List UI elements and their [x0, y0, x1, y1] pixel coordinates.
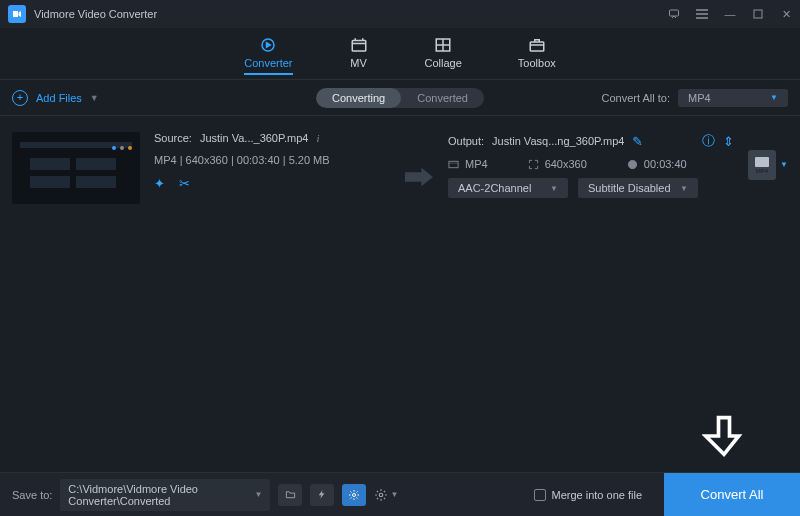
- svg-point-8: [353, 493, 356, 496]
- plus-icon: +: [12, 90, 28, 106]
- svg-rect-5: [530, 42, 544, 51]
- settings-button[interactable]: ▼: [374, 484, 398, 506]
- video-thumbnail[interactable]: [12, 132, 140, 204]
- checkbox-icon: [534, 489, 546, 501]
- subtabs: Converting Converted: [316, 88, 484, 108]
- subtitle-value: Subtitle Disabled: [588, 182, 671, 194]
- convert-all-button[interactable]: Convert All: [664, 473, 800, 517]
- audio-select[interactable]: AAC-2Channel ▼: [448, 178, 568, 198]
- gpu-accel-button[interactable]: [342, 484, 366, 506]
- mv-icon: [349, 36, 369, 54]
- tab-converter[interactable]: Converter: [244, 32, 292, 75]
- titlebar: Vidmore Video Converter — ✕: [0, 0, 800, 28]
- info-icon[interactable]: i: [316, 132, 319, 144]
- subtab-converting[interactable]: Converting: [316, 88, 401, 108]
- collage-icon: [433, 36, 453, 54]
- source-meta: MP4 | 640x360 | 00:03:40 | 5.20 MB: [154, 154, 390, 166]
- format-preset: MP4 ▼: [748, 132, 788, 204]
- output-filename: Justin Vasq...ng_360P.mp4: [492, 135, 624, 147]
- feedback-icon[interactable]: [666, 6, 682, 22]
- converter-icon: [258, 36, 278, 54]
- source-label: Source:: [154, 132, 192, 144]
- tab-toolbox[interactable]: Toolbox: [518, 32, 556, 75]
- convert-all-to-label: Convert All to:: [602, 92, 670, 104]
- minimize-button[interactable]: —: [722, 6, 738, 22]
- output-resolution: 640x360: [545, 158, 587, 170]
- format-preset-button[interactable]: MP4: [748, 150, 776, 180]
- chevron-down-icon: ▼: [550, 184, 558, 193]
- menu-icon[interactable]: [694, 6, 710, 22]
- arrow-icon: [404, 132, 434, 204]
- output-format: MP4: [465, 158, 488, 170]
- save-to-label: Save to:: [12, 489, 52, 501]
- rename-icon[interactable]: ✎: [632, 134, 643, 149]
- merge-label: Merge into one file: [552, 489, 643, 501]
- toolbar: + Add Files ▼ Converting Converted Conve…: [0, 80, 800, 116]
- hint-arrow-icon: [702, 414, 746, 462]
- maximize-button[interactable]: [750, 6, 766, 22]
- trim-icon[interactable]: ✂: [179, 176, 190, 191]
- chevron-down-icon: ▼: [770, 93, 778, 102]
- subtitle-select[interactable]: Subtitle Disabled ▼: [578, 178, 698, 198]
- svg-rect-1: [754, 10, 762, 18]
- add-files-button[interactable]: + Add Files ▼: [12, 90, 99, 106]
- close-button[interactable]: ✕: [778, 6, 794, 22]
- merge-checkbox[interactable]: Merge into one file: [534, 489, 643, 501]
- chevron-down-icon: ▼: [680, 184, 688, 193]
- chevron-down-icon[interactable]: ▼: [780, 150, 788, 169]
- compress-icon[interactable]: ⇕: [723, 134, 734, 149]
- tab-label: Collage: [425, 57, 462, 69]
- output-duration: 00:03:40: [644, 158, 687, 170]
- svg-rect-3: [352, 41, 366, 52]
- effect-icon[interactable]: ✦: [154, 176, 165, 191]
- convert-all-to-select[interactable]: MP4 ▼: [678, 89, 788, 107]
- file-item: Source: Justin Va..._360P.mp4 i MP4 | 64…: [0, 116, 800, 220]
- svg-rect-0: [670, 10, 679, 16]
- convert-all-to-value: MP4: [688, 92, 711, 104]
- subtab-converted[interactable]: Converted: [401, 88, 484, 108]
- app-title: Vidmore Video Converter: [34, 8, 157, 20]
- bottombar: Save to: C:\Vidmore\Vidmore Video Conver…: [0, 472, 800, 516]
- chevron-down-icon: ▼: [90, 93, 99, 103]
- lightning-off-button[interactable]: [310, 484, 334, 506]
- tab-label: Converter: [244, 57, 292, 69]
- output-label: Output:: [448, 135, 484, 147]
- svg-rect-6: [449, 161, 458, 167]
- source-column: Source: Justin Va..._360P.mp4 i MP4 | 64…: [154, 132, 390, 204]
- preset-tag: MP4: [756, 168, 768, 174]
- tab-label: MV: [350, 57, 367, 69]
- tab-mv[interactable]: MV: [349, 32, 369, 75]
- tab-label: Toolbox: [518, 57, 556, 69]
- source-filename: Justin Va..._360P.mp4: [200, 132, 308, 144]
- add-files-label: Add Files: [36, 92, 82, 104]
- save-path-select[interactable]: C:\Vidmore\Vidmore Video Converter\Conve…: [60, 479, 270, 511]
- toolbox-icon: [527, 36, 547, 54]
- app-logo: [8, 5, 26, 23]
- svg-point-9: [380, 493, 384, 497]
- convert-all-to: Convert All to: MP4 ▼: [602, 89, 788, 107]
- audio-value: AAC-2Channel: [458, 182, 531, 194]
- output-column: Output: Justin Vasq...ng_360P.mp4 ✎ ⓘ ⇕ …: [448, 132, 734, 204]
- save-path-value: C:\Vidmore\Vidmore Video Converter\Conve…: [68, 483, 254, 507]
- open-folder-button[interactable]: [278, 484, 302, 506]
- chevron-down-icon: ▼: [254, 490, 262, 499]
- tab-collage[interactable]: Collage: [425, 32, 462, 75]
- media-info-icon[interactable]: ⓘ: [702, 132, 715, 150]
- main-tabs: Converter MV Collage Toolbox: [0, 28, 800, 80]
